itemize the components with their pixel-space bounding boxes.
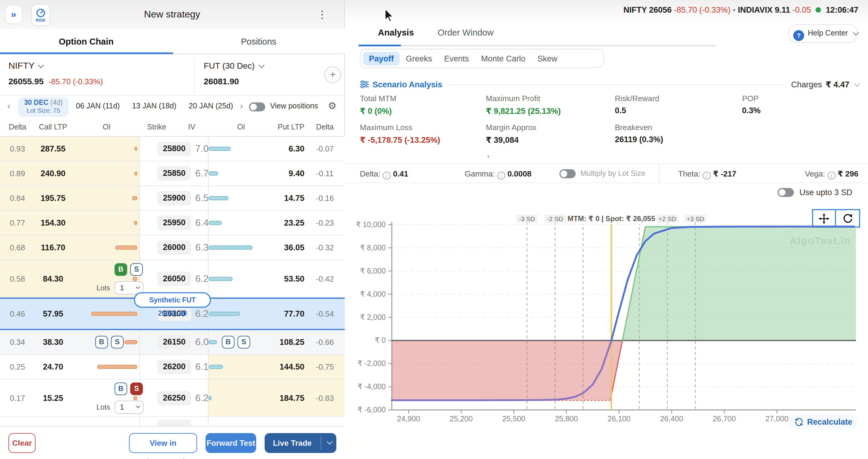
strike-value[interactable]: 26050 [157,271,191,286]
call-ltp-value[interactable]: 195.75 [31,194,75,203]
table-row-strike-26250[interactable]: 262506.20.1715.25184.75-0.83BSLots1 [0,380,345,417]
call-ltp-value[interactable]: 84.30 [31,274,75,283]
view-in-playground-button[interactable]: View in Playground [129,433,197,453]
info-icon[interactable]: i [497,172,505,179]
forward-test-button[interactable]: Forward Test [206,433,256,453]
table-row-strike-26200[interactable]: 262006.10.2524.70144.50-0.75 [0,355,345,380]
put-oi-bar [209,396,212,400]
strike-value[interactable]: 25900 [157,191,191,205]
use-3sd-toggle[interactable] [778,188,794,197]
table-row-strike-25900[interactable]: 259006.50.84195.7514.75-0.16 [0,186,345,211]
put-delta-value: -0.66 [310,338,340,347]
subtab-events[interactable]: Events [438,52,475,65]
payoff-chart[interactable]: ₹ 10,000₹ 8,000₹ 6,000₹ 4,000₹ 2,000₹ 0₹… [345,205,868,431]
live-trade-button[interactable]: Live Trade with [265,433,336,453]
divider [194,58,195,92]
iv-value: 6.2 [193,273,211,284]
call-ltp-value[interactable]: 116.70 [31,243,75,252]
chevron-down-icon[interactable] [327,438,333,445]
sell-call-button[interactable]: S [111,336,124,349]
help-center-label: Help Center [808,29,848,37]
table-row-strike-26150[interactable]: 261506.00.3438.30108.25-0.66BSBS [0,330,345,355]
strike-value[interactable]: 26200 [157,360,191,374]
recalculate-button[interactable]: Recalculate [788,414,858,429]
call-ltp-value[interactable]: 287.55 [31,144,75,153]
put-ltp-value[interactable]: 14.75 [264,194,304,203]
multiply-lot-toggle[interactable] [559,169,576,180]
put-delta-value: -0.54 [310,309,340,318]
underlying-select[interactable]: NIFTY [8,60,35,70]
info-icon[interactable]: i [827,172,835,179]
put-ltp-value[interactable]: 9.40 [264,169,304,178]
add-instrument-button[interactable]: + [324,66,341,83]
lots-select[interactable]: 1 [115,400,144,414]
call-oi-bar [124,340,137,344]
put-ltp-value[interactable]: 36.05 [264,243,304,252]
risk-button[interactable]: RISK [31,4,50,26]
strike-value[interactable]: 26150 [157,335,191,349]
info-icon[interactable]: i [383,172,391,179]
future-select[interactable]: FUT (30 Dec) [204,61,255,70]
subtab-payoff[interactable]: Payoff [363,52,400,65]
metric-margin: Margin Approx ₹ 39,084 [486,123,536,144]
expiry-13jan[interactable]: 13 JAN (18d) [132,102,176,110]
tab-option-chain[interactable]: Option Chain [0,29,173,54]
subtab-monte-carlo[interactable]: Monte Carlo [475,52,531,65]
tab-analysis[interactable]: Analysis [378,28,414,37]
put-ltp-value[interactable]: 144.50 [264,362,304,371]
sell-call-button[interactable]: S [130,263,143,276]
strike-value[interactable]: 25850 [157,166,191,181]
view-positions-toggle[interactable] [249,102,265,111]
put-ltp-value[interactable]: 6.30 [264,144,304,153]
put-ltp-value[interactable]: 23.25 [264,218,304,227]
tab-positions[interactable]: Positions [173,29,345,54]
table-row-strike-26000[interactable]: 260006.30.68116.7036.05-0.32 [0,235,345,260]
gear-icon[interactable]: ⚙ [328,100,337,111]
kebab-menu-icon[interactable]: ⋮ [317,8,327,21]
analysis-tabs: Analysis Order Window ?Help Center [345,22,868,46]
call-delta-value: 0.68 [5,243,30,252]
put-ltp-value[interactable]: 184.75 [264,393,304,402]
subtab-skew[interactable]: Skew [531,52,563,65]
help-center-button[interactable]: ?Help Center [788,24,858,43]
expiry-06jan[interactable]: 06 JAN (11d) [76,102,120,110]
buy-call-button[interactable]: B [115,383,127,395]
table-row-strike-25800[interactable]: 258007.00.93287.556.30-0.07 [0,137,345,161]
tab-order-window[interactable]: Order Window [438,28,493,37]
expiry-next-icon[interactable]: › [240,101,243,111]
clear-button[interactable]: Clear [8,433,36,453]
call-ltp-value[interactable]: 38.30 [31,338,75,347]
table-row-strike-25850[interactable]: 258506.70.89240.909.40-0.11 [0,161,345,186]
strike-value[interactable]: 26250 [157,391,191,405]
expiry-active-30dec[interactable]: 30 DEC (4d) Lot Size: 75 [18,97,69,117]
call-ltp-value[interactable]: 57.95 [31,309,75,318]
chevron-down-icon[interactable] [854,80,860,87]
table-row-strike-25950[interactable]: 259506.40.77154.3023.25-0.23 [0,211,345,235]
put-ltp-value[interactable]: 108.25 [264,338,304,347]
subtab-greeks[interactable]: Greeks [400,52,438,65]
iv-value: 7.0 [193,143,211,154]
expiry-20jan[interactable]: 20 JAN (25d) [189,102,233,110]
buy-put-button[interactable]: B [222,336,235,349]
strike-column [139,417,209,426]
sell-call-button[interactable]: S [130,383,143,395]
call-ltp-value[interactable]: 24.70 [31,362,75,371]
buy-call-button[interactable]: B [95,336,108,349]
expiry-prev-icon[interactable]: ‹ [7,101,10,111]
buy-call-button[interactable]: B [115,263,127,276]
sell-put-button[interactable]: S [238,336,250,349]
strike-value[interactable]: 25950 [157,216,191,230]
call-ltp-value[interactable]: 154.30 [31,218,75,227]
active-tab-underline [359,44,401,46]
scenario-analysis-link[interactable]: Scenario Analysis [373,80,442,89]
info-icon[interactable]: i [703,172,711,179]
refresh-icon [795,417,804,426]
put-ltp-value[interactable]: 53.50 [264,274,304,283]
collapse-panel-button[interactable]: » [5,5,22,24]
call-ltp-value[interactable]: 240.90 [31,169,75,178]
strike-value[interactable]: 25800 [157,141,191,156]
strike-value[interactable]: 26000 [157,240,191,255]
synthetic-fut-pill[interactable]: Synthetic FUT 26081.90 [134,292,211,308]
call-ltp-value[interactable]: 15.25 [31,393,75,402]
put-ltp-value[interactable]: 77.70 [264,309,304,318]
